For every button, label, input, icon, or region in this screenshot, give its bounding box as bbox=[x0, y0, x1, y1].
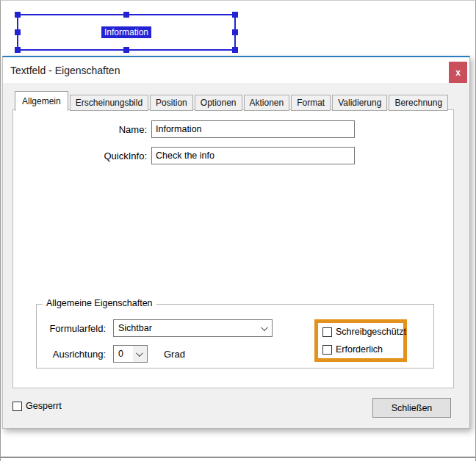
selected-form-field[interactable]: Information bbox=[17, 14, 236, 51]
tab-strip: Allgemein Erscheinungsbild Position Opti… bbox=[15, 91, 448, 111]
locked-checkbox[interactable] bbox=[12, 402, 22, 411]
tab-optionen[interactable]: Optionen bbox=[195, 95, 242, 111]
formfield-visibility-value: Sichtbar bbox=[118, 323, 152, 333]
dialog-title: Textfeld - Eigenschaften bbox=[10, 57, 120, 83]
selection-handle[interactable] bbox=[123, 47, 129, 53]
highlight-rectangle: Schreibgeschützt Erforderlich bbox=[314, 319, 407, 362]
formfield-label: Formularfeld: bbox=[41, 323, 106, 334]
dialog-titlebar: Textfeld - Eigenschaften x bbox=[3, 57, 469, 83]
required-checkbox[interactable] bbox=[322, 345, 332, 355]
required-checkbox-row: Erforderlich bbox=[322, 344, 403, 355]
name-input[interactable] bbox=[151, 120, 355, 138]
tab-validierung[interactable]: Validierung bbox=[332, 95, 387, 111]
tab-position[interactable]: Position bbox=[150, 95, 193, 111]
general-tab-panel: Name: QuickInfo: Allgemeine Eigenschafte… bbox=[12, 109, 454, 388]
quickinfo-label: QuickInfo: bbox=[13, 150, 147, 161]
locked-checkbox-row: Gesperrt bbox=[12, 401, 62, 411]
quickinfo-input[interactable] bbox=[151, 147, 355, 164]
textfield-properties-dialog: Textfeld - Eigenschaften x Allgemein Ers… bbox=[2, 56, 470, 429]
selection-handle[interactable] bbox=[232, 47, 238, 53]
schliessen-button[interactable]: Schließen bbox=[372, 398, 451, 418]
selection-handle[interactable] bbox=[232, 12, 238, 18]
chevron-down-icon bbox=[136, 349, 143, 357]
orientation-dropdown[interactable]: 0 bbox=[113, 345, 148, 363]
tab-aktionen[interactable]: Aktionen bbox=[244, 95, 290, 111]
orientation-label: Ausrichtung: bbox=[41, 349, 106, 360]
window-bottom-edge bbox=[1, 457, 475, 458]
name-label: Name: bbox=[13, 124, 147, 135]
readonly-checkbox[interactable] bbox=[322, 327, 332, 337]
selection-handle[interactable] bbox=[15, 12, 21, 18]
orientation-unit-label: Grad bbox=[164, 349, 185, 360]
selection-handle[interactable] bbox=[15, 29, 21, 35]
orientation-value: 0 bbox=[118, 349, 123, 359]
tab-format[interactable]: Format bbox=[291, 95, 331, 111]
locked-checkbox-label: Gesperrt bbox=[26, 401, 62, 411]
selection-handle[interactable] bbox=[232, 29, 238, 35]
required-checkbox-label: Erforderlich bbox=[336, 344, 383, 355]
selection-handle[interactable] bbox=[15, 47, 21, 53]
form-field-name-label: Information bbox=[101, 26, 151, 38]
tab-berechnung[interactable]: Berechnung bbox=[389, 95, 448, 111]
readonly-checkbox-label: Schreibgeschützt bbox=[336, 327, 406, 337]
selection-handle[interactable] bbox=[123, 12, 129, 18]
readonly-checkbox-row: Schreibgeschützt bbox=[322, 327, 403, 337]
tab-allgemein[interactable]: Allgemein bbox=[15, 91, 68, 111]
formfield-visibility-dropdown[interactable]: Sichtbar bbox=[113, 319, 273, 337]
close-icon[interactable]: x bbox=[449, 62, 467, 83]
tab-erscheinungsbild[interactable]: Erscheinungsbild bbox=[70, 95, 148, 111]
group-legend: Allgemeine Eigenschaften bbox=[43, 298, 156, 308]
app-window: Information Textfeld - Eigenschaften x A… bbox=[0, 0, 476, 461]
chevron-down-icon bbox=[261, 324, 268, 331]
